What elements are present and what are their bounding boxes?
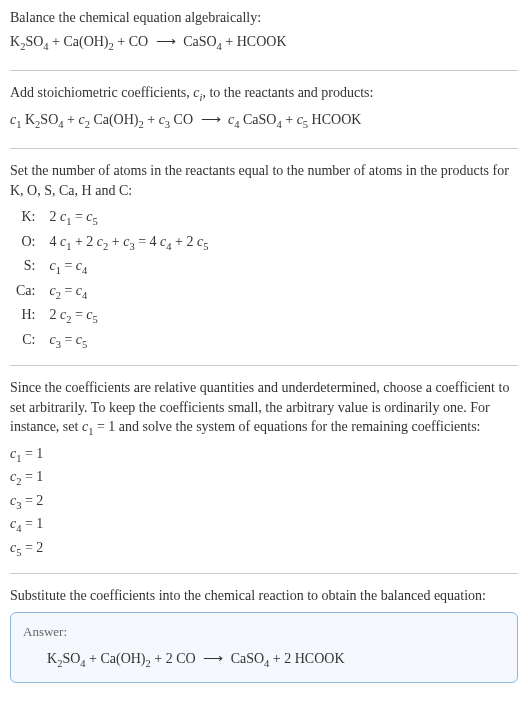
coeff-sub: 5: [93, 216, 98, 227]
element-equation: c1 = c4: [43, 255, 214, 279]
eq-part: CO: [170, 112, 196, 127]
coeff-line: c1 = 1: [10, 444, 518, 466]
eq-part: CaSO: [240, 112, 277, 127]
eq-part: HCOOK: [308, 112, 361, 127]
eq-part: SO: [40, 112, 58, 127]
eq-part: CaSO: [227, 651, 264, 666]
eq-part: 4: [49, 234, 60, 249]
section-solve: Since the coefficients are relative quan…: [10, 378, 518, 574]
eq-part: +: [64, 112, 79, 127]
element-equation: c3 = c5: [43, 329, 214, 353]
section-stoichiometric: Add stoichiometric coefficients, ci, to …: [10, 83, 518, 149]
eq-part: = 4: [135, 234, 160, 249]
coeff-line: c3 = 2: [10, 491, 518, 513]
text-part: = 1 and solve the system of equations fo…: [93, 419, 480, 434]
section-answer: Substitute the coefficients into the che…: [10, 586, 518, 682]
eq-part: + 2: [172, 234, 197, 249]
coeff-sub: 5: [93, 314, 98, 325]
table-row: C: c3 = c5: [10, 329, 214, 353]
intro-text: Since the coefficients are relative quan…: [10, 378, 518, 440]
coeff-sub: 5: [203, 241, 208, 252]
element-equation: 4 c1 + 2 c2 + c3 = 4 c4 + 2 c5: [43, 231, 214, 255]
intro-text: Balance the chemical equation algebraica…: [10, 8, 518, 28]
eq-part: =: [61, 332, 76, 347]
eq-part: + Ca(OH): [49, 34, 109, 49]
eq-part: + 2 CO: [151, 651, 199, 666]
eq-part: +: [282, 112, 297, 127]
element-label: Ca:: [10, 280, 43, 304]
eq-part: + 2: [71, 234, 96, 249]
arrow-icon: ⟶: [203, 649, 223, 669]
coeff-solution-list: c1 = 1 c2 = 1 c3 = 2 c4 = 1 c5 = 2: [10, 444, 518, 560]
arrow-icon: ⟶: [156, 32, 176, 52]
section-atom-equations: Set the number of atoms in the reactants…: [10, 161, 518, 366]
coeff-val: = 1: [21, 516, 43, 531]
eq-part: SO: [25, 34, 43, 49]
answer-label: Answer:: [23, 623, 505, 641]
eq-part: =: [61, 283, 76, 298]
element-label: O:: [10, 231, 43, 255]
intro-text: Add stoichiometric coefficients, ci, to …: [10, 83, 518, 105]
element-label: S:: [10, 255, 43, 279]
atom-table: K: 2 c1 = c5 O: 4 c1 + 2 c2 + c3 = 4 c4 …: [10, 206, 214, 353]
eq-part: +: [144, 112, 159, 127]
coeff-line: c5 = 2: [10, 538, 518, 560]
eq-part: =: [71, 307, 86, 322]
text-part: Add stoichiometric coefficients,: [10, 85, 193, 100]
answer-box: Answer: K2SO4 + Ca(OH)2 + 2 CO ⟶ CaSO4 +…: [10, 612, 518, 683]
text-part: , to the reactants and products:: [202, 85, 373, 100]
coeff-val: = 1: [21, 469, 43, 484]
eq-part: =: [61, 258, 76, 273]
eq-part: + 2 HCOOK: [269, 651, 344, 666]
table-row: S: c1 = c4: [10, 255, 214, 279]
eq-part: CaSO: [180, 34, 217, 49]
eq-part: + HCOOK: [222, 34, 287, 49]
table-row: Ca: c2 = c4: [10, 280, 214, 304]
coeff-val: = 2: [21, 493, 43, 508]
element-equation: 2 c1 = c5: [43, 206, 214, 230]
eq-part: 2: [49, 209, 60, 224]
table-row: K: 2 c1 = c5: [10, 206, 214, 230]
coeff-val: = 2: [21, 540, 43, 555]
eq-part: SO: [62, 651, 80, 666]
coeff-line: c4 = 1: [10, 514, 518, 536]
eq-part: + Ca(OH): [86, 651, 146, 666]
table-row: H: 2 c2 = c5: [10, 304, 214, 328]
element-label: K:: [10, 206, 43, 230]
coeff-equation: c1 K2SO4 + c2 Ca(OH)2 + c3 CO ⟶ c4 CaSO4…: [10, 110, 518, 132]
coeff-line: c2 = 1: [10, 467, 518, 489]
eq-part: K: [47, 651, 57, 666]
eq-part: Ca(OH): [90, 112, 139, 127]
eq-part: K: [21, 112, 35, 127]
eq-part: +: [108, 234, 123, 249]
eq-part: 2: [49, 307, 60, 322]
section-balance-intro: Balance the chemical equation algebraica…: [10, 8, 518, 71]
coeff-sub: 4: [82, 289, 87, 300]
element-equation: 2 c2 = c5: [43, 304, 214, 328]
intro-text: Substitute the coefficients into the che…: [10, 586, 518, 606]
table-row: O: 4 c1 + 2 c2 + c3 = 4 c4 + 2 c5: [10, 231, 214, 255]
eq-part: =: [71, 209, 86, 224]
coeff-sub: 4: [82, 265, 87, 276]
balanced-equation: K2SO4 + Ca(OH)2 + 2 CO ⟶ CaSO4 + 2 HCOOK: [23, 649, 505, 671]
coeff-sub: 5: [82, 338, 87, 349]
eq-part: K: [10, 34, 20, 49]
element-equation: c2 = c4: [43, 280, 214, 304]
intro-text: Set the number of atoms in the reactants…: [10, 161, 518, 200]
eq-part: + CO: [114, 34, 152, 49]
element-label: H:: [10, 304, 43, 328]
unbalanced-equation: K2SO4 + Ca(OH)2 + CO ⟶ CaSO4 + HCOOK: [10, 32, 518, 54]
element-label: C:: [10, 329, 43, 353]
coeff-val: = 1: [21, 446, 43, 461]
arrow-icon: ⟶: [201, 110, 221, 130]
